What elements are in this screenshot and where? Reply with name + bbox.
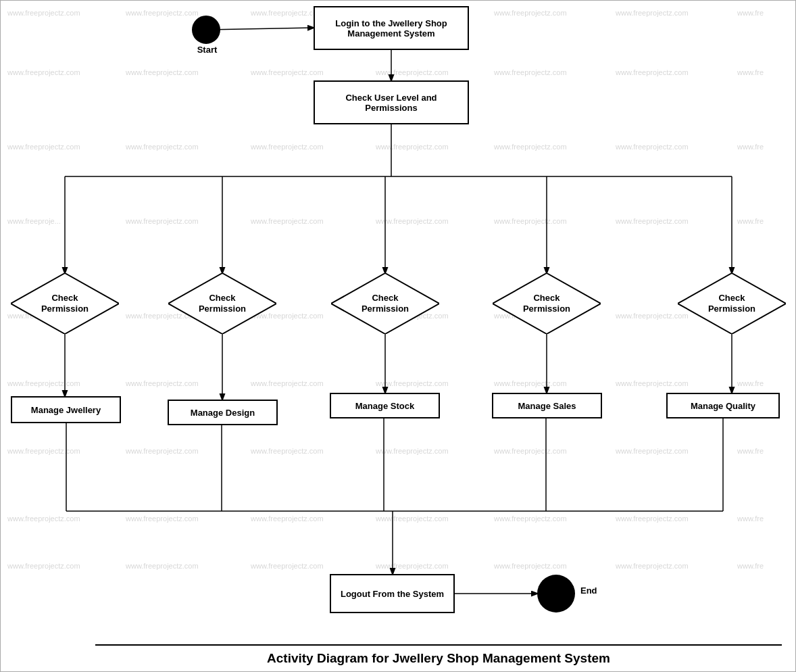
watermark: www.freeprojectz.com bbox=[7, 143, 80, 151]
watermark: www.freeprojectz.com bbox=[126, 9, 199, 17]
diagram-title: Activity Diagram for Jwellery Shop Manag… bbox=[95, 644, 782, 666]
manage-jwellery-node: Manage Jwellery bbox=[11, 396, 121, 423]
watermark: www.freeprojectz.com bbox=[494, 68, 567, 76]
title-text: Activity Diagram for Jwellery Shop Manag… bbox=[267, 651, 610, 665]
manage-design-label: Manage Design bbox=[191, 408, 255, 418]
watermark: www.freeprojectz.com bbox=[251, 562, 324, 570]
start-label: Start bbox=[189, 45, 226, 55]
watermark: www.freeprojectz.com bbox=[7, 447, 80, 455]
watermark: www.freeprojectz.com bbox=[251, 514, 324, 523]
watermark: www.freeprojectz.com bbox=[251, 68, 324, 76]
watermark: www.freeprojectz.com bbox=[616, 9, 689, 17]
watermark: www.freeprojectz.com bbox=[376, 514, 449, 523]
watermark: www.fre bbox=[737, 217, 764, 225]
watermark: www.freeprojectz.com bbox=[126, 562, 199, 570]
watermark: www.freeprojectz.com bbox=[7, 68, 80, 76]
watermark: www.freeprojectz.com bbox=[494, 514, 567, 523]
watermark: www.freeprojectz.com bbox=[616, 68, 689, 76]
watermark: www.freeproje... bbox=[7, 217, 61, 225]
manage-design-node: Manage Design bbox=[168, 400, 278, 425]
watermark: www.fre bbox=[737, 68, 764, 76]
logout-label: Logout From the System bbox=[341, 589, 444, 599]
manage-sales-label: Manage Sales bbox=[518, 401, 576, 411]
watermark: www.freeprojectz.com bbox=[616, 217, 689, 225]
watermark: www.freeprojectz.com bbox=[126, 379, 199, 387]
watermark: www.fre bbox=[737, 514, 764, 523]
check-permission-2-label: CheckPermission bbox=[199, 293, 246, 314]
watermark: www.freeprojectz.com bbox=[376, 68, 449, 76]
watermark: www.freeprojectz.com bbox=[251, 217, 324, 225]
start-node bbox=[192, 16, 220, 44]
watermark: www.freeprojectz.com bbox=[126, 447, 199, 455]
watermark: www.freeprojectz.com bbox=[616, 447, 689, 455]
watermark: www.freeprojectz.com bbox=[126, 217, 199, 225]
watermark: www.freeprojectz.com bbox=[616, 562, 689, 570]
watermark: www.freeprojectz.com bbox=[616, 514, 689, 523]
watermark: www.freeprojectz.com bbox=[251, 143, 324, 151]
check-permission-4: CheckPermission bbox=[493, 273, 601, 334]
watermark: www.fre bbox=[737, 9, 764, 17]
watermark: www.fre bbox=[737, 143, 764, 151]
check-permission-1: CheckPermission bbox=[11, 273, 119, 334]
watermark: www.fre bbox=[737, 562, 764, 570]
check-permission-5-label: CheckPermission bbox=[708, 293, 755, 314]
login-label: Login to the Jwellery Shop Management Sy… bbox=[318, 18, 465, 39]
watermark: www.freeprojectz.com bbox=[494, 217, 567, 225]
end-node bbox=[537, 575, 575, 613]
watermark: www.fre bbox=[737, 447, 764, 455]
watermark: www.freeprojectz.com bbox=[126, 143, 199, 151]
watermark: www.freeprojectz.com bbox=[376, 447, 449, 455]
watermark: www.freeprojectz.com bbox=[376, 217, 449, 225]
diagram-container: www.freeprojectz.com www.freeprojectz.co… bbox=[0, 0, 796, 672]
watermark: www.fre bbox=[737, 379, 764, 387]
watermark: www.freeprojectz.com bbox=[376, 379, 449, 387]
watermark: www.freeprojectz.com bbox=[7, 514, 80, 523]
logout-node: Logout From the System bbox=[330, 574, 455, 613]
watermark: www.freeprojectz.com bbox=[251, 9, 324, 17]
svg-line-0 bbox=[207, 28, 314, 30]
manage-jwellery-label: Manage Jwellery bbox=[31, 405, 101, 415]
watermark: www.freeprojectz.com bbox=[494, 447, 567, 455]
watermark: www.freeprojectz.com bbox=[7, 562, 80, 570]
watermark: www.freeprojectz.com bbox=[494, 143, 567, 151]
watermark: www.freeprojectz.com bbox=[251, 447, 324, 455]
check-permission-1-label: CheckPermission bbox=[41, 293, 89, 314]
watermark: www.freeprojectz.com bbox=[376, 143, 449, 151]
watermark: www.freeprojectz.com bbox=[126, 68, 199, 76]
watermark: www.freeprojectz.com bbox=[7, 9, 80, 17]
check-permission-5: CheckPermission bbox=[678, 273, 786, 334]
manage-stock-node: Manage Stock bbox=[330, 393, 440, 418]
watermark: www.freeprojectz.com bbox=[616, 143, 689, 151]
check-permission-3: CheckPermission bbox=[331, 273, 439, 334]
manage-quality-node: Manage Quality bbox=[666, 393, 780, 418]
watermark: www.freeprojectz.com bbox=[494, 562, 567, 570]
watermark: www.freeprojectz.com bbox=[494, 9, 567, 17]
watermark: www.freeprojectz.com bbox=[494, 379, 567, 387]
watermark: www.freeprojectz.com bbox=[376, 562, 449, 570]
check-permission-3-label: CheckPermission bbox=[362, 293, 409, 314]
check-user-label: Check User Level andPermissions bbox=[345, 93, 437, 113]
check-permission-2: CheckPermission bbox=[168, 273, 276, 334]
check-user-level-node: Check User Level andPermissions bbox=[314, 80, 469, 124]
manage-stock-label: Manage Stock bbox=[355, 401, 414, 411]
end-label: End bbox=[580, 585, 597, 596]
watermark: www.freeprojectz.com bbox=[126, 514, 199, 523]
login-node: Login to the Jwellery Shop Management Sy… bbox=[314, 6, 469, 50]
watermark: www.freeprojectz.com bbox=[7, 379, 80, 387]
watermark: www.freeprojectz.com bbox=[251, 379, 324, 387]
watermark: www.freeprojectz.com bbox=[616, 379, 689, 387]
manage-quality-label: Manage Quality bbox=[691, 401, 755, 411]
check-permission-4-label: CheckPermission bbox=[523, 293, 570, 314]
manage-sales-node: Manage Sales bbox=[492, 393, 602, 418]
